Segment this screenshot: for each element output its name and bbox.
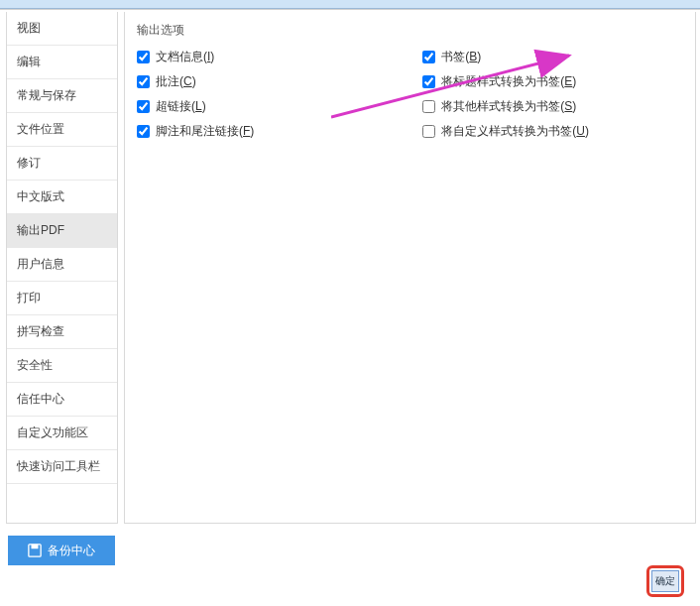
right-checkbox-3[interactable] — [422, 125, 435, 138]
ok-button[interactable]: 确定 — [651, 570, 679, 592]
sidebar-item-1[interactable]: 编辑 — [7, 46, 117, 79]
left-checkbox-3[interactable] — [137, 125, 150, 138]
ok-highlight: 确定 — [646, 565, 684, 597]
left-option-label-2: 超链接(L) — [156, 98, 206, 115]
right-option-2[interactable]: 将其他样式转换为书签(S) — [422, 98, 589, 115]
save-icon — [28, 544, 42, 557]
sidebar-item-13[interactable]: 快速访问工具栏 — [7, 450, 117, 484]
right-option-0[interactable]: 书签(B) — [422, 49, 589, 65]
left-option-label-3: 脚注和尾注链接(F) — [156, 123, 254, 140]
backup-center-button[interactable]: 备份中心 — [8, 536, 115, 565]
sidebar-item-8[interactable]: 打印 — [7, 282, 117, 315]
sidebar-item-12[interactable]: 自定义功能区 — [7, 417, 117, 450]
ok-label: 确定 — [655, 574, 675, 588]
right-option-1[interactable]: 将标题样式转换为书签(E) — [422, 73, 589, 90]
sidebar-item-7[interactable]: 用户信息 — [7, 248, 117, 282]
title-bar — [0, 0, 700, 9]
right-checkbox-1[interactable] — [422, 75, 435, 88]
right-option-label-0: 书签(B) — [441, 49, 481, 65]
svg-rect-2 — [32, 545, 39, 548]
sidebar-item-9[interactable]: 拼写检查 — [7, 315, 117, 349]
sidebar-item-5[interactable]: 中文版式 — [7, 181, 117, 214]
left-option-label-0: 文档信息(I) — [156, 49, 214, 65]
section-title: 输出选项 — [137, 22, 683, 39]
right-option-label-1: 将标题样式转换为书签(E) — [441, 73, 576, 90]
right-checkbox-2[interactable] — [422, 100, 435, 113]
left-checkbox-0[interactable] — [137, 51, 150, 63]
left-checkbox-2[interactable] — [137, 100, 150, 113]
output-pdf-panel: 输出选项 文档信息(I)批注(C)超链接(L)脚注和尾注链接(F) 书签(B)将… — [124, 12, 696, 524]
left-option-label-1: 批注(C) — [156, 73, 196, 90]
right-option-label-3: 将自定义样式转换为书签(U) — [441, 123, 589, 140]
sidebar-item-6[interactable]: 输出PDF — [7, 214, 117, 248]
sidebar-item-10[interactable]: 安全性 — [7, 349, 117, 383]
sidebar-item-4[interactable]: 修订 — [7, 147, 117, 181]
left-option-1[interactable]: 批注(C) — [137, 73, 254, 90]
right-options-column: 书签(B)将标题样式转换为书签(E)将其他样式转换为书签(S)将自定义样式转换为… — [422, 49, 589, 140]
sidebar-item-3[interactable]: 文件位置 — [7, 113, 117, 147]
right-checkbox-0[interactable] — [422, 51, 435, 63]
sidebar-item-2[interactable]: 常规与保存 — [7, 79, 117, 113]
right-option-3[interactable]: 将自定义样式转换为书签(U) — [422, 123, 589, 140]
left-option-0[interactable]: 文档信息(I) — [137, 49, 254, 65]
left-checkbox-1[interactable] — [137, 75, 150, 88]
sidebar-item-0[interactable]: 视图 — [7, 12, 117, 46]
right-option-label-2: 将其他样式转换为书签(S) — [441, 98, 576, 115]
settings-sidebar: 视图编辑常规与保存文件位置修订中文版式输出PDF用户信息打印拼写检查安全性信任中… — [6, 12, 118, 524]
left-options-column: 文档信息(I)批注(C)超链接(L)脚注和尾注链接(F) — [137, 49, 254, 140]
sidebar-item-11[interactable]: 信任中心 — [7, 383, 117, 417]
left-option-3[interactable]: 脚注和尾注链接(F) — [137, 123, 254, 140]
left-option-2[interactable]: 超链接(L) — [137, 98, 254, 115]
backup-center-label: 备份中心 — [48, 543, 95, 559]
